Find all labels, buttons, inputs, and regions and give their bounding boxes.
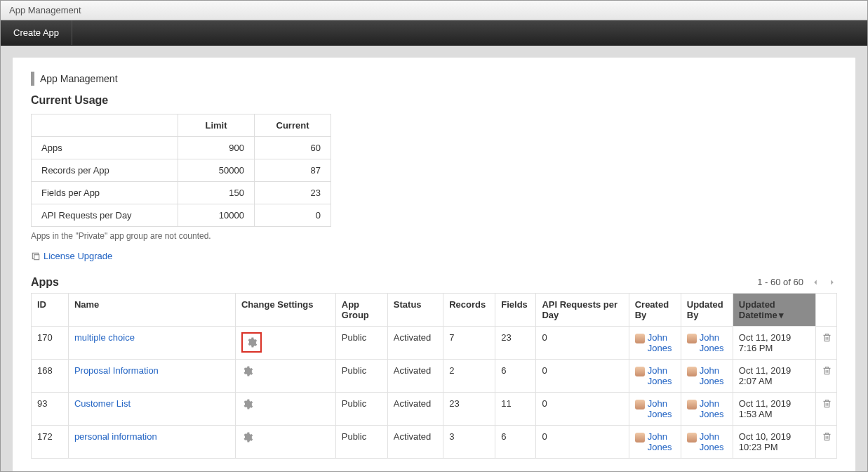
th-created-by[interactable]: Created By bbox=[629, 293, 681, 326]
create-app-label: Create App bbox=[13, 27, 59, 38]
app-name-link[interactable]: multiple choice bbox=[74, 332, 135, 343]
gear-highlight bbox=[241, 332, 262, 353]
cell-fields: 6 bbox=[495, 359, 536, 392]
trash-icon[interactable] bbox=[822, 367, 832, 378]
user-cell: John Jones bbox=[687, 332, 727, 353]
cell-group: Public bbox=[335, 326, 387, 359]
table-row: 170multiple choicePublicActivated7230Joh… bbox=[32, 326, 837, 359]
avatar bbox=[687, 433, 697, 442]
user-cell: John Jones bbox=[687, 365, 727, 386]
apps-heading: Apps bbox=[31, 276, 59, 289]
window-title: App Management bbox=[9, 5, 81, 15]
user-cell: John Jones bbox=[635, 431, 675, 452]
user-cell: John Jones bbox=[635, 398, 675, 419]
th-app-group[interactable]: App Group bbox=[335, 293, 387, 326]
usage-row-label: Apps bbox=[32, 137, 178, 159]
trash-icon[interactable] bbox=[822, 334, 832, 345]
app-name-link[interactable]: personal information bbox=[74, 431, 157, 442]
svg-rect-1 bbox=[34, 254, 39, 259]
cell-api: 0 bbox=[536, 392, 629, 425]
usage-row-label: Records per App bbox=[32, 159, 178, 182]
th-status[interactable]: Status bbox=[387, 293, 443, 326]
usage-row-limit: 150 bbox=[178, 182, 255, 204]
cell-id: 93 bbox=[32, 392, 69, 425]
pager-prev-icon[interactable] bbox=[810, 277, 820, 287]
gear-icon[interactable] bbox=[241, 435, 253, 445]
cell-id: 168 bbox=[32, 359, 69, 392]
th-id[interactable]: ID bbox=[32, 293, 69, 326]
table-row: 168Proposal InformationPublicActivated26… bbox=[32, 359, 837, 392]
usage-row-current: 60 bbox=[255, 137, 331, 159]
table-row: 93Customer ListPublicActivated23110John … bbox=[32, 392, 837, 425]
cell-status: Activated bbox=[387, 425, 443, 458]
user-link[interactable]: John Jones bbox=[700, 398, 727, 419]
create-app-button[interactable]: Create App bbox=[1, 20, 72, 45]
usage-row-limit: 10000 bbox=[178, 204, 255, 227]
th-change-settings[interactable]: Change Settings bbox=[235, 293, 335, 326]
cell-id: 172 bbox=[32, 425, 69, 458]
app-name-link[interactable]: Proposal Information bbox=[74, 365, 159, 376]
license-upgrade-link[interactable]: License Upgrade bbox=[31, 251, 112, 261]
trash-icon[interactable] bbox=[822, 433, 832, 444]
user-link[interactable]: John Jones bbox=[648, 431, 675, 452]
pager: 1 - 60 of 60 bbox=[757, 277, 837, 287]
avatar bbox=[687, 334, 697, 343]
th-delete bbox=[816, 293, 837, 326]
avatar bbox=[635, 400, 645, 409]
user-link[interactable]: John Jones bbox=[648, 398, 675, 419]
avatar bbox=[635, 334, 645, 343]
cell-fields: 6 bbox=[495, 425, 536, 458]
cell-records: 3 bbox=[443, 425, 495, 458]
user-link[interactable]: John Jones bbox=[700, 431, 727, 452]
cell-status: Activated bbox=[387, 326, 443, 359]
th-fields[interactable]: Fields bbox=[495, 293, 536, 326]
cell-records: 7 bbox=[443, 326, 495, 359]
user-cell: John Jones bbox=[687, 398, 727, 419]
usage-head-current: Current bbox=[255, 114, 331, 137]
cell-updated-dt: Oct 11, 2019 7:16 PM bbox=[733, 326, 816, 359]
user-cell: John Jones bbox=[635, 332, 675, 353]
avatar bbox=[635, 367, 645, 376]
window-title-bar: App Management bbox=[1, 1, 867, 20]
cell-id: 170 bbox=[32, 326, 69, 359]
usage-row-label: API Requests per Day bbox=[32, 204, 178, 227]
usage-row-current: 23 bbox=[255, 182, 331, 204]
pager-range: 1 - 60 of 60 bbox=[757, 277, 803, 287]
gear-icon[interactable] bbox=[241, 369, 253, 379]
pager-next-icon[interactable] bbox=[827, 277, 837, 287]
gear-icon[interactable] bbox=[241, 402, 253, 412]
trash-icon[interactable] bbox=[822, 400, 832, 411]
avatar bbox=[635, 433, 645, 442]
cell-records: 2 bbox=[443, 359, 495, 392]
avatar bbox=[687, 400, 697, 409]
th-updated-datetime[interactable]: Updated Datetime▾ bbox=[733, 293, 816, 326]
gear-icon[interactable] bbox=[241, 340, 262, 350]
cell-group: Public bbox=[335, 392, 387, 425]
th-api-requests[interactable]: API Requests per Day bbox=[536, 293, 629, 326]
user-link[interactable]: John Jones bbox=[700, 365, 727, 386]
usage-row-current: 87 bbox=[255, 159, 331, 182]
th-name[interactable]: Name bbox=[68, 293, 235, 326]
user-link[interactable]: John Jones bbox=[648, 365, 675, 386]
cell-status: Activated bbox=[387, 392, 443, 425]
user-link[interactable]: John Jones bbox=[700, 332, 727, 353]
user-link[interactable]: John Jones bbox=[648, 332, 675, 353]
sort-desc-icon: ▾ bbox=[779, 310, 784, 320]
user-cell: John Jones bbox=[687, 431, 727, 452]
cell-records: 23 bbox=[443, 392, 495, 425]
main-toolbar: Create App bbox=[1, 20, 867, 46]
avatar bbox=[687, 367, 697, 376]
app-name-link[interactable]: Customer List bbox=[74, 398, 131, 409]
th-updated-by[interactable]: Updated By bbox=[681, 293, 733, 326]
cell-updated-dt: Oct 11, 2019 2:07 AM bbox=[733, 359, 816, 392]
usage-table: Limit Current Apps90060Records per App50… bbox=[31, 114, 331, 227]
usage-row-limit: 900 bbox=[178, 137, 255, 159]
external-link-icon bbox=[31, 251, 41, 261]
cell-status: Activated bbox=[387, 359, 443, 392]
th-records[interactable]: Records bbox=[443, 293, 495, 326]
cell-updated-dt: Oct 11, 2019 1:53 AM bbox=[733, 392, 816, 425]
cell-group: Public bbox=[335, 359, 387, 392]
table-row: 172personal informationPublicActivated36… bbox=[32, 425, 837, 458]
usage-row-label: Fields per App bbox=[32, 182, 178, 204]
usage-row-limit: 50000 bbox=[178, 159, 255, 182]
